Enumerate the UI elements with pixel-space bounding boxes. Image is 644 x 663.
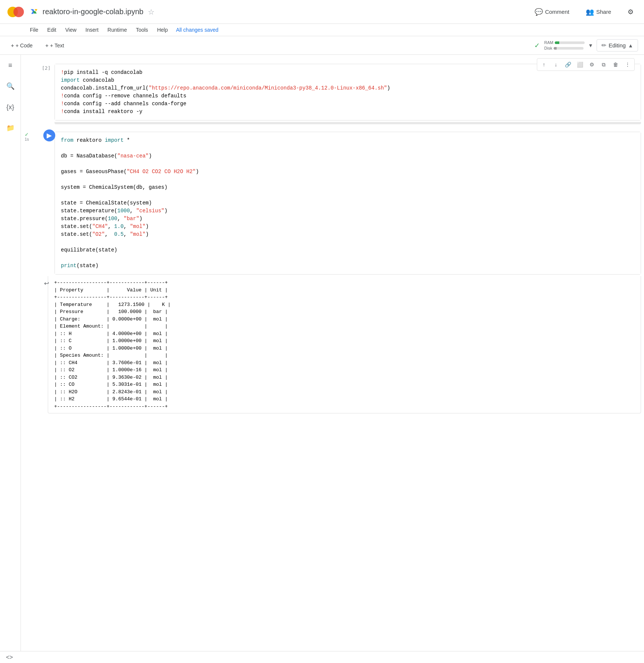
cell-2-status: ✓ [25,132,29,137]
sidebar-toc-icon[interactable]: ≡ [3,58,18,73]
plus-code-icon: + [11,42,14,49]
menu-view[interactable]: View [62,25,80,34]
connection-checkmark: ✓ [534,41,540,50]
comment-icon: 💬 [535,8,543,16]
copy-cell-button[interactable]: ⬜ [575,59,585,70]
output-expand-icon[interactable]: ↩ [44,280,49,287]
cell-2-output: +-----------------+------------+------+ … [48,276,641,413]
bottom-bar: <> [0,651,644,663]
code-toggle-icon[interactable]: <> [6,654,13,661]
move-up-button[interactable]: ↑ [539,59,549,70]
disk-bar [554,47,584,50]
menu-insert[interactable]: Insert [82,25,102,34]
more-options-button[interactable]: ⋮ [622,59,633,70]
menu-help[interactable]: Help [153,25,172,34]
all-changes-saved: All changes saved [176,27,218,33]
top-bar-actions: 💬 Comment 👥 Share ⚙ [530,4,638,19]
menu-tools[interactable]: Tools [132,25,152,34]
cell-1-scrollbar [55,122,641,124]
colab-logo [6,2,25,22]
cell-1-content[interactable]: ↑ ↓ 🔗 ⬜ ⚙ ⧉ 🗑 ⋮ !pip install -q condacol… [55,64,641,121]
cell-1: [2] ↑ ↓ 🔗 ⬜ ⚙ ⧉ 🗑 ⋮ !pip install -q cond… [21,55,644,126]
expand-button[interactable]: ⧉ [598,59,609,70]
add-text-button[interactable]: + + Text [40,40,69,51]
pencil-icon: ✏ [601,42,606,49]
menu-bar: File Edit View Insert Runtime Tools Help… [0,24,644,36]
link-button[interactable]: 🔗 [563,59,573,70]
menu-file[interactable]: File [26,25,42,34]
notebook: [2] ↑ ↓ 🔗 ⬜ ⚙ ⧉ 🗑 ⋮ !pip install -q cond… [21,55,644,663]
disk-label: Disk [544,46,552,50]
share-button[interactable]: 👥 Share [581,6,616,18]
sidebar-search-icon[interactable]: 🔍 [3,79,18,94]
cell-1-toolbar: ↑ ↓ 🔗 ⬜ ⚙ ⧉ 🗑 ⋮ [537,58,635,71]
sidebar-files-icon[interactable]: 📁 [3,121,18,135]
settings-icon: ⚙ [628,8,634,16]
connection-dropdown[interactable]: ▾ [589,42,592,49]
ram-bar [555,41,585,44]
cell-1-num: [2] [42,65,50,71]
editing-label: Editing [609,42,626,49]
top-bar: reaktoro-in-google-colab.ipynb ☆ 💬 Comme… [0,0,644,24]
notebook-title[interactable]: reaktoro-in-google-colab.ipynb [43,7,143,16]
drive-icon [30,7,38,17]
cell-2-content[interactable]: from reaktoro import * db = NasaDatabase… [55,132,641,275]
cell-2-time: 1s [25,137,29,141]
delete-cell-button[interactable]: 🗑 [610,59,621,70]
star-icon[interactable]: ☆ [148,7,155,16]
cell-2: ✓ 1s ▶ from reaktoro import * db = NasaD… [21,126,644,413]
run-button[interactable]: ▶ [43,129,55,141]
cell-2-output-container: ↩ +-----------------+------------+------… [21,276,644,413]
svg-point-1 [13,7,24,17]
settings-button[interactable]: ⚙ [623,4,638,19]
share-icon: 👥 [586,8,594,16]
chevron-up-icon: ▲ [628,43,633,49]
editing-button[interactable]: ✏ Editing ▲ [597,39,638,51]
sidebar-variables-icon[interactable]: {x} [3,100,18,115]
plus-text-icon: + [45,42,49,49]
toolbar: + + Code + + Text ✓ RAM Disk ▾ [0,36,644,55]
menu-edit[interactable]: Edit [44,25,60,34]
cell-1-code[interactable]: !pip install -q condacolab import condac… [55,64,641,120]
cell-2-run-btn-container: ▶ [43,129,55,141]
comment-button[interactable]: 💬 Comment [530,6,574,18]
ram-label: RAM [544,40,553,45]
add-code-button[interactable]: + + Code [6,40,37,51]
menu-runtime[interactable]: Runtime [104,25,131,34]
settings-cell-button[interactable]: ⚙ [587,59,597,70]
left-sidebar: ≡ 🔍 {x} 📁 [0,55,21,663]
move-down-button[interactable]: ↓ [551,59,561,70]
ram-disk-indicator: RAM Disk [544,40,585,50]
cell-2-code[interactable]: from reaktoro import * db = NasaDatabase… [55,132,641,274]
main-layout: ≡ 🔍 {x} 📁 [2] ↑ ↓ 🔗 ⬜ ⚙ ⧉ 🗑 ⋮ [0,55,644,663]
